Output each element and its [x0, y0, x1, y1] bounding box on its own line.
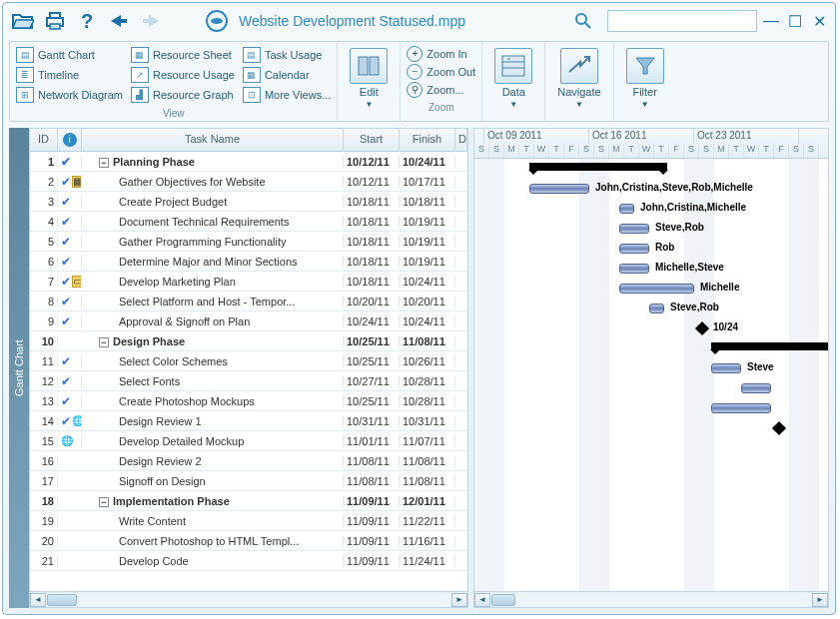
summary-bar[interactable]: [529, 163, 667, 171]
collapse-icon[interactable]: −: [99, 337, 109, 347]
view-gantt-chart[interactable]: ▤Gantt Chart: [16, 46, 123, 64]
search-icon[interactable]: [569, 7, 597, 35]
table-row[interactable]: 15🌐Develop Detailed Mockup11/01/1111/07/…: [30, 431, 467, 451]
scroll-thumb[interactable]: [491, 594, 515, 606]
maximize-icon[interactable]: ☐: [785, 7, 805, 35]
table-row[interactable]: 20Convert Photoshop to HTML Templ...11/0…: [30, 531, 467, 551]
table-row[interactable]: 5✔Gather Programming Functionality10/18/…: [30, 232, 467, 252]
day-header: W: [744, 144, 759, 158]
svg-rect-2: [50, 24, 60, 29]
ribbon-group-navigate: Navigate ▼: [545, 42, 613, 121]
forward-icon[interactable]: [137, 7, 165, 35]
close-icon[interactable]: ✕: [809, 7, 829, 35]
back-icon[interactable]: [105, 7, 133, 35]
collapse-icon[interactable]: −: [99, 158, 109, 168]
table-row[interactable]: 18−Implementation Phase11/09/1112/01/11: [30, 491, 467, 511]
task-bar[interactable]: [619, 224, 649, 234]
task-bar[interactable]: [619, 204, 634, 214]
day-header: S: [579, 144, 594, 158]
side-tab-label[interactable]: Gantt Chart: [9, 128, 29, 608]
ribbon-group-view: ▤Gantt Chart ≣Timeline ⊞Network Diagram …: [10, 42, 338, 121]
col-id[interactable]: ID: [30, 129, 58, 151]
table-row[interactable]: 17Signoff on Design11/08/1111/08/11: [30, 471, 467, 491]
data-button[interactable]: Data ▼: [488, 46, 538, 111]
view-timeline[interactable]: ≣Timeline: [16, 66, 123, 84]
grid-hscroll[interactable]: ◄ ►: [30, 591, 467, 607]
table-row[interactable]: 11✔Select Color Schemes10/25/1110/26/11: [30, 351, 467, 371]
help-icon[interactable]: ?: [73, 7, 101, 35]
gantt-hscroll[interactable]: ◄ ►: [474, 591, 828, 607]
task-bar[interactable]: [529, 184, 589, 194]
open-icon[interactable]: [9, 7, 37, 35]
task-bar[interactable]: [711, 403, 771, 413]
day-header: T: [549, 144, 564, 158]
table-row[interactable]: 3✔Create Project Budget10/18/1110/18/11: [30, 192, 467, 212]
group-label-zoom: Zoom: [428, 102, 454, 113]
table-row[interactable]: 2✔▦Gather Objectives for Website10/12/11…: [30, 172, 467, 192]
scroll-right-icon[interactable]: ►: [451, 593, 467, 607]
col-task[interactable]: Task Name: [82, 129, 344, 151]
navigate-button[interactable]: Navigate ▼: [551, 46, 606, 111]
search-input[interactable]: [607, 10, 757, 32]
table-row[interactable]: 14✔🌐Design Review 110/31/1110/31/11: [30, 411, 467, 431]
scroll-left-icon[interactable]: ◄: [474, 593, 490, 607]
table-row[interactable]: 7✔▭Develop Marketing Plan10/18/1110/24/1…: [30, 272, 467, 292]
view-network[interactable]: ⊞Network Diagram: [16, 86, 123, 104]
col-start[interactable]: Start: [344, 129, 400, 151]
task-bar[interactable]: [619, 244, 649, 254]
day-header: T: [519, 144, 534, 158]
scroll-right-icon[interactable]: ►: [812, 593, 828, 607]
collapse-icon[interactable]: −: [99, 497, 109, 507]
scroll-left-icon[interactable]: ◄: [30, 593, 46, 607]
table-row[interactable]: 1✔−Planning Phase10/12/1110/24/11: [30, 152, 467, 172]
col-finish[interactable]: Finish: [400, 129, 455, 151]
task-bar[interactable]: [619, 264, 649, 274]
check-icon: ✔: [61, 155, 71, 169]
view-task-usage[interactable]: ▤Task Usage: [243, 46, 331, 64]
day-header: S: [804, 144, 819, 158]
table-row[interactable]: 9✔Approval & Signoff on Plan10/24/1110/2…: [30, 311, 467, 331]
table-row[interactable]: 16Design Review 211/08/1111/08/11: [30, 451, 467, 471]
gantt-body[interactable]: John,Cristina,Steve,Rob,MichelleJohn,Cri…: [474, 159, 828, 591]
table-row[interactable]: 10−Design Phase10/25/1111/08/11: [30, 331, 467, 351]
day-header: T: [759, 144, 774, 158]
table-row[interactable]: 8✔Select Platform and Host - Tempor...10…: [30, 292, 467, 311]
svg-rect-1: [50, 13, 60, 18]
view-resource-sheet[interactable]: ▦Resource Sheet: [131, 46, 235, 64]
day-header: S: [489, 144, 504, 158]
zoom-more[interactable]: ⚲Zoom...: [407, 82, 475, 98]
gantt-header: Oct 09 2011Oct 16 2011Oct 23 2011 SSMTWT…: [474, 129, 828, 159]
col-indicator[interactable]: i: [58, 129, 82, 151]
day-header: F: [669, 144, 684, 158]
view-calendar[interactable]: ▦Calendar: [243, 66, 331, 84]
check-icon: ✔: [61, 394, 71, 408]
filter-button[interactable]: Filter ▼: [620, 46, 670, 111]
grid-body[interactable]: 1✔−Planning Phase10/12/1110/24/112✔▦Gath…: [30, 152, 467, 591]
minimize-icon[interactable]: —: [761, 7, 781, 35]
table-row[interactable]: 19Write Content11/09/1111/22/11: [30, 511, 467, 531]
summary-bar[interactable]: [711, 342, 828, 350]
zoom-out[interactable]: −Zoom Out: [407, 64, 475, 80]
view-resource-graph[interactable]: ▟Resource Graph: [131, 86, 235, 104]
milestone-diamond[interactable]: [695, 321, 709, 335]
task-bar[interactable]: [619, 284, 694, 294]
table-row[interactable]: 12✔Select Fonts10/27/1110/28/11: [30, 371, 467, 391]
scroll-thumb[interactable]: [47, 594, 77, 606]
table-row[interactable]: 4✔Document Technical Requirements10/18/1…: [30, 212, 467, 232]
task-bar[interactable]: [711, 363, 741, 373]
edit-button[interactable]: Edit ▼: [344, 46, 394, 111]
table-row[interactable]: 21Develop Code11/09/1111/24/11: [30, 551, 467, 571]
view-more[interactable]: ⊡More Views...: [243, 86, 331, 104]
milestone-diamond[interactable]: [772, 421, 786, 435]
network-icon: ⊞: [16, 87, 34, 103]
col-d[interactable]: D: [455, 129, 467, 151]
view-resource-usage[interactable]: ↗Resource Usage: [131, 66, 235, 84]
task-bar[interactable]: [741, 383, 771, 393]
table-row[interactable]: 13✔Create Photoshop Mockups10/25/1110/28…: [30, 391, 467, 411]
table-row[interactable]: 6✔Determine Major and Minor Sections10/1…: [30, 252, 467, 272]
print-icon[interactable]: [41, 7, 69, 35]
zoom-in[interactable]: +Zoom In: [407, 46, 475, 62]
ribbon-group-zoom: +Zoom In −Zoom Out ⚲Zoom... Zoom: [401, 42, 482, 121]
bar-label: Michelle: [700, 282, 739, 293]
task-bar[interactable]: [649, 304, 664, 313]
